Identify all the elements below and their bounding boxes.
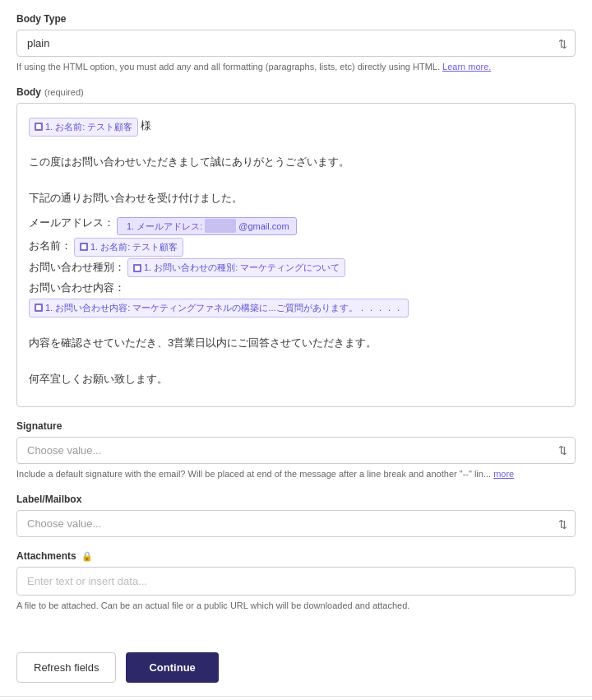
body-para-2-text: 下記の通りお問い合わせを受け付けました。	[29, 192, 243, 204]
body-editor[interactable]: 1. お名前: テスト顧客 様 この度はお問い合わせいただきまして誠にありがとう…	[16, 103, 576, 407]
learn-more-link[interactable]: Learn more.	[442, 62, 491, 72]
body-type-hint-text: If using the HTML option, you must add a…	[16, 62, 440, 72]
body-type-label: Body Type	[16, 13, 576, 25]
attachments-input[interactable]	[16, 567, 576, 596]
body-type-select-wrapper: plain HTML ⇅	[16, 30, 576, 57]
signature-group: Signature Choose value... ⇅ Include a de…	[16, 420, 576, 480]
body-type-label-text: Body Type	[16, 13, 66, 25]
body-para-2: 下記の通りお問い合わせを受け付けました。	[29, 189, 563, 207]
email-tag: 1. メールアドレス: @gmail.com	[117, 217, 297, 236]
name-tag-2: 1. お名前: テスト顧客	[74, 238, 183, 257]
body-content-tag-line: 1. お問い合わせ内容: マーケティングファネルの構築に...ご質問があります。…	[29, 299, 563, 318]
label-mailbox-label-text: Label/Mailbox	[16, 494, 81, 505]
body-content-label-line: お問い合わせ内容：	[29, 279, 563, 297]
attachments-hint-text: A file to be attached. Can be an actual …	[16, 600, 409, 610]
content-label: お問い合わせ内容：	[29, 279, 125, 297]
body-label-text: Body	[16, 86, 41, 98]
body-name-line: お名前： 1. お名前: テスト顧客	[29, 237, 563, 256]
lock-icon: 🔒	[81, 551, 93, 562]
label-mailbox-label: Label/Mailbox	[16, 494, 576, 505]
name-label: お名前：	[29, 237, 72, 255]
body-type-hint: If using the HTML option, you must add a…	[16, 61, 576, 73]
email-value: @gmail.com	[238, 219, 289, 234]
label-mailbox-select-wrapper: Choose value... ⇅	[16, 510, 576, 537]
label-mailbox-group: Label/Mailbox Choose value... ⇅	[16, 494, 576, 537]
signature-select[interactable]: Choose value...	[16, 437, 576, 464]
signature-select-wrapper: Choose value... ⇅	[16, 437, 576, 464]
email-tag-text: 1. メールアドレス:	[127, 219, 202, 234]
type-tag-text: 1. お問い合わせの種別: マーケティングについて	[144, 260, 340, 276]
body-type-group: Body Type plain HTML ⇅ If using the HTML…	[16, 13, 576, 73]
body-type-select[interactable]: plain HTML	[16, 30, 576, 57]
page-wrapper: Body Type plain HTML ⇅ If using the HTML…	[0, 0, 592, 700]
email-placeholder	[205, 219, 236, 233]
attachments-label-text: Attachments	[16, 550, 76, 562]
label-mailbox-select[interactable]: Choose value...	[16, 510, 576, 537]
attachments-hint: A file to be attached. Can be an actual …	[16, 600, 576, 612]
content-tag: 1. お問い合わせ内容: マーケティングファネルの構築に...ご質問があります。…	[29, 299, 409, 318]
attachments-group: Attachments 🔒 A file to be attached. Can…	[16, 550, 576, 612]
body-para-1: この度はお問い合わせいただきまして誠にありがとうございます。	[29, 153, 563, 171]
signature-hint-text: Include a default signature with the ema…	[16, 469, 491, 479]
tag-icon-content	[35, 304, 43, 312]
signature-label: Signature	[16, 420, 576, 432]
name-tag-1-text: 1. お名前: テスト顧客	[45, 119, 132, 135]
refresh-fields-button[interactable]: Refresh fields	[16, 652, 116, 683]
body-para-3-text: 内容を確認させていただき、3営業日以内にご回答させていただきます。	[29, 336, 377, 349]
test-action-bar: Test action !	[0, 696, 592, 700]
tag-icon-1	[35, 123, 43, 131]
signature-hint: Include a default signature with the ema…	[16, 468, 576, 480]
body-para-1-text: この度はお問い合わせいただきまして誠にありがとうございます。	[29, 155, 349, 168]
signature-more-link[interactable]: more	[493, 469, 514, 479]
tag-icon-type	[133, 264, 141, 272]
body-type-line: お問い合わせ種別： 1. お問い合わせの種別: マーケティングについて	[29, 258, 563, 277]
actions-row: Refresh fields Continue	[0, 639, 592, 696]
body-line-1-suffix: 様	[141, 117, 151, 135]
name-tag-1: 1. お名前: テスト顧客	[29, 118, 138, 137]
body-para-3: 内容を確認させていただき、3営業日以内にご回答させていただきます。	[29, 334, 563, 352]
type-label: お問い合わせ種別：	[29, 258, 125, 276]
body-line-1: 1. お名前: テスト顧客 様	[29, 117, 563, 136]
continue-button[interactable]: Continue	[126, 652, 218, 683]
email-label: メールアドレス：	[29, 214, 114, 232]
tag-icon-name	[80, 243, 88, 251]
attachments-label: Attachments 🔒	[16, 550, 576, 562]
body-group: Body (required) 1. お名前: テスト顧客 様 この度はお問い合…	[16, 86, 576, 407]
name-tag-2-text: 1. お名前: テスト顧客	[90, 239, 178, 255]
body-label: Body (required)	[16, 86, 576, 98]
body-email-line: メールアドレス： 1. メールアドレス: @gmail.com	[29, 214, 563, 235]
main-content: Body Type plain HTML ⇅ If using the HTML…	[0, 0, 592, 639]
content-tag-text: 1. お問い合わせ内容: マーケティングファネルの構築に...ご質問があります。…	[45, 300, 403, 316]
signature-label-text: Signature	[16, 420, 62, 432]
body-para-4-text: 何卒宜しくお願い致します。	[29, 373, 168, 385]
body-required-text: (required)	[44, 87, 84, 97]
body-para-4: 何卒宜しくお願い致します。	[29, 370, 563, 388]
type-tag: 1. お問い合わせの種別: マーケティングについて	[127, 258, 345, 277]
